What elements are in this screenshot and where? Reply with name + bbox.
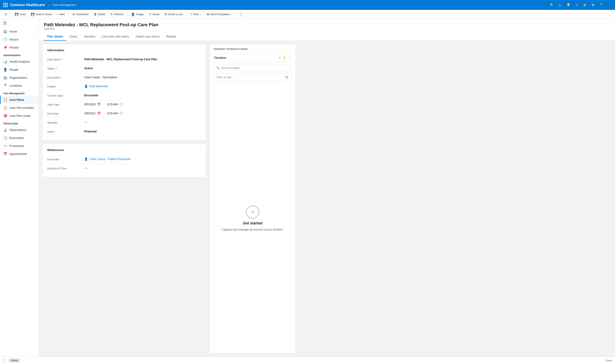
recent-expand-icon: ⌄ [34,38,36,41]
timeline-add-icon[interactable]: + [279,56,281,60]
start-calendar-icon[interactable]: 📅 [97,103,101,106]
pinned-icon: 📌 [3,46,7,49]
share-button[interactable]: ↗ Share [147,12,162,17]
start-time-text: 8:25 AM [107,103,118,106]
care-plans-icon: 📋 [3,98,7,102]
get-started-description: Capture and manage all records in your t… [222,228,284,231]
sidebar-item-people[interactable]: 👤 People [0,65,39,74]
sidebar-item-appointments[interactable]: 📅 Appointments [0,150,39,158]
status-value[interactable]: Active [84,67,201,70]
intent-value[interactable]: Proposal [84,130,201,133]
delete-button[interactable]: 🗑 Delete [92,12,108,17]
sidebar-item-organizations[interactable]: 🏢 Organizations [0,74,39,82]
get-started-section: + Get started Capture and manage all rec… [210,83,295,353]
play-icon[interactable]: ▷ [558,3,562,7]
tab-goals[interactable]: Goals [67,33,80,40]
patient-link-icon: 👤 [84,85,88,88]
refresh-button[interactable]: ↻ Refresh [108,12,125,17]
plan-name-value[interactable]: Patti Melendez - MCL Replacement Post-op… [84,58,201,61]
timeline-more-icon[interactable]: ⋮ [288,56,291,60]
flow-chevron-icon: ⌄ [200,13,201,16]
start-date-value[interactable]: 3/5/2020 📅 8:25 AM 🕐 [84,103,201,106]
patient-interactions-panel: PATIENT INTERACTIONS Timeline + ⚡ ⋮ 🔍 📎 [210,44,296,353]
end-clock-icon[interactable]: 🕐 [119,112,123,115]
timeline-label: Timeline [214,56,277,59]
plus-icon[interactable]: + [575,3,579,7]
word-templates-button[interactable]: W Word Templates ⌄ [204,12,235,17]
history-button[interactable]: ⊙ [2,12,9,17]
episode-of-care-value[interactable]: --- [84,166,201,170]
tab-patient-care-teams[interactable]: Patient care teams [132,33,163,40]
sidebar-item-observations[interactable]: 🔬 Observations [0,126,39,134]
timeline-filter-icon[interactable]: ⚡ [282,56,286,60]
sidebar-item-care-plan-activities[interactable]: 📋 Care Plan Activities [0,104,39,112]
end-calendar-icon[interactable]: 📅 [97,112,101,115]
timeline-search-input[interactable] [221,66,289,69]
expand-icon[interactable]: ⛶ [3,359,6,362]
information-title: Information [47,48,201,52]
sidebar-item-encounters[interactable]: 🩺 Encounters [0,134,39,142]
settings-icon[interactable]: ⚙ [591,3,595,7]
new-button[interactable]: + New [54,12,67,17]
patient-value[interactable]: 👤 Patti Melendez [84,85,201,88]
deactivate-button[interactable]: ⊘ Deactivate [70,12,91,17]
recent-icon: 🕐 [3,38,7,41]
flow-button[interactable]: ⤴ Flow ⌄ [188,12,203,17]
attach-icon[interactable]: 📎 [285,75,289,79]
help-icon[interactable]: ? [599,3,603,7]
end-time-text: 8:25 AM [107,112,118,115]
sidebar-item-recent[interactable]: 🕐 Recent ⌄ [0,36,39,43]
sidebar-item-pinned[interactable]: 📌 Pinned ⌄ [0,43,39,52]
assign-button[interactable]: 👤 Assign [129,12,146,17]
waffle-menu[interactable] [3,3,8,7]
sidebar-item-home[interactable]: 🏠 Home [0,27,39,36]
intent-label: Intent [47,130,84,133]
nav-left: Contoso Healthcare ⌄ Care Management [3,3,550,7]
sidebar-item-care-plans[interactable]: 📋 Care Plans [0,96,39,104]
toolbar-divider-3 [127,12,127,17]
pinned-expand-icon: ⌄ [34,46,36,49]
timeline-search-box[interactable]: 🔍 [214,65,291,71]
save-button[interactable]: 💾 Save [13,12,28,17]
app-title: Contoso Healthcare [10,3,45,7]
sidebar-item-procedures[interactable]: ✏ Procedures [0,142,39,150]
email-link-button[interactable]: ✉ Email a Link [162,12,185,17]
timeline-header: Timeline + ⚡ ⋮ [210,53,295,62]
encounter-value[interactable]: 👤 Clare Casey - Patient Encounter [84,157,201,161]
get-started-title: Get started [243,221,262,225]
identifier-label: Identifier [47,121,84,124]
tab-related[interactable]: Related [163,33,179,40]
user-icon[interactable]: 👤 [607,3,612,7]
sidebar-item-locations[interactable]: 📍 Locations [0,82,39,90]
note-area[interactable]: 📎 [214,73,291,81]
search-icon[interactable]: 🔍 [550,3,554,7]
start-clock-icon[interactable]: 🕐 [119,103,123,106]
observations-icon: 🔬 [3,128,7,132]
lightbulb-icon[interactable]: 💡 [566,3,571,7]
word-templates-chevron-icon: ⌄ [230,13,232,16]
more-icon: ⋮ [239,12,243,17]
tab-care-plan-care-teams[interactable]: Care plan care teams [98,33,133,40]
description-value[interactable]: Clare Casey - Description [84,76,201,79]
end-date-value[interactable]: 3/5/2022 📅 8:25 AM 🕐 [84,112,201,115]
save-close-button[interactable]: 💾 Save & Close [29,12,54,17]
status-row: Status* Active [47,64,201,73]
hamburger-menu[interactable]: ☰ [0,19,39,27]
status-save-button[interactable]: Save [606,359,612,362]
tab-plan-details[interactable]: Plan details [44,33,67,40]
appointments-icon: 📅 [3,152,7,156]
tab-activities[interactable]: Activities [80,33,98,40]
encounter-label: Encounter [47,157,84,161]
note-input[interactable] [216,76,285,79]
sidebar-item-care-plan-goals[interactable]: 🎯 Care Plan Goals [0,112,39,120]
top-navigation: Contoso Healthcare ⌄ Care Management 🔍 ▷… [0,0,615,10]
locations-icon: 📍 [3,84,7,88]
context-type-value[interactable]: Encounter [84,94,201,97]
start-date-text: 3/5/2020 [84,103,95,106]
filter-icon[interactable]: ⚡ [583,3,587,7]
sidebar-item-health-analytics[interactable]: 📊 Health Analytics [0,58,39,65]
identifier-value[interactable]: --- [84,121,201,124]
encounter-row: Encounter 👤 Clare Casey - Patient Encoun… [47,155,201,164]
more-options-button[interactable]: ⋮ [238,11,244,17]
patient-label: Patient [47,85,84,88]
